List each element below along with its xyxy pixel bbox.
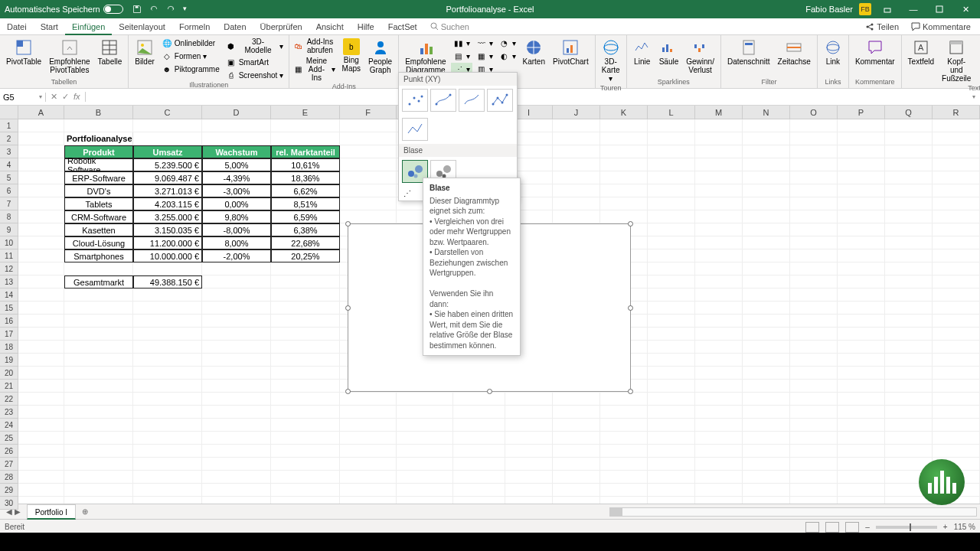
share-button[interactable]: Teilen xyxy=(861,22,903,31)
comments-button[interactable]: Kommentare xyxy=(906,22,975,31)
cell[interactable]: 11.200.000 € xyxy=(133,236,202,249)
cell[interactable]: 10,61% xyxy=(271,158,340,171)
scatter-option-1[interactable] xyxy=(402,89,428,112)
table-button[interactable]: Tabelle xyxy=(95,37,126,67)
row-header-18[interactable]: 18 xyxy=(0,341,18,354)
cell[interactable]: Portfolioanalyse xyxy=(64,132,133,145)
col-header-E[interactable]: E xyxy=(271,106,340,119)
row-header-6[interactable]: 6 xyxy=(0,184,18,197)
col-header-K[interactable]: K xyxy=(600,106,648,119)
zoom-level[interactable]: 115 % xyxy=(954,523,975,531)
col-header-B[interactable]: B xyxy=(64,106,133,119)
row-header-29[interactable]: 29 xyxy=(0,484,18,497)
rec-charts[interactable]: Empfohlene Diagramme xyxy=(402,37,449,76)
tab-seitenlayout[interactable]: Seitenlayout xyxy=(112,18,172,35)
tab-factset[interactable]: FactSet xyxy=(381,18,424,35)
cell[interactable]: DVD's xyxy=(64,184,133,197)
cell[interactable]: 3.255.000 € xyxy=(133,210,202,223)
spark-wl[interactable]: Gewinn/ Verlust xyxy=(683,37,717,76)
tab-start[interactable]: Start xyxy=(34,18,65,35)
col-header-N[interactable]: N xyxy=(743,106,790,119)
avatar[interactable]: FB xyxy=(859,3,871,15)
row-header-14[interactable]: 14 xyxy=(0,289,18,302)
cell[interactable]: 9,80% xyxy=(202,210,271,223)
undo-icon[interactable] xyxy=(149,5,158,14)
row-header-22[interactable]: 22 xyxy=(0,393,18,406)
chart-pie[interactable]: ◔▾ xyxy=(497,37,518,49)
name-box[interactable]: G5▾ xyxy=(0,93,46,102)
cell[interactable]: 8,00% xyxy=(202,236,271,249)
scatter-option-3[interactable] xyxy=(459,89,485,112)
row-header-21[interactable]: 21 xyxy=(0,380,18,393)
pivotchart-button[interactable]: PivotChart xyxy=(550,37,592,67)
screenshot[interactable]: ⎙Screenshot▾ xyxy=(224,69,286,81)
horizontal-scrollbar[interactable] xyxy=(609,507,977,517)
chart-hier[interactable]: ▤▾ xyxy=(451,50,472,62)
3d-models[interactable]: ⬢3D-Modelle▾ xyxy=(224,37,286,55)
col-header-P[interactable]: P xyxy=(838,106,885,119)
cell[interactable]: 0,00% xyxy=(202,197,271,210)
row-header-12[interactable]: 12 xyxy=(0,262,18,276)
tab-einfuegen[interactable]: Einfügen xyxy=(65,18,112,35)
zoom-slider[interactable] xyxy=(876,526,937,529)
cell[interactable]: 10.000.000 € xyxy=(133,249,202,262)
col-header-J[interactable]: J xyxy=(553,106,600,119)
rec-pivot-button[interactable]: Empfohlene PivotTables xyxy=(46,37,93,76)
cell[interactable]: 5.239.500 € xyxy=(133,158,202,171)
cell[interactable]: 3.150.035 € xyxy=(133,223,202,236)
cell[interactable]: 20,25% xyxy=(271,249,340,262)
row-header-10[interactable]: 10 xyxy=(0,236,18,249)
cell[interactable]: 5,00% xyxy=(202,158,271,171)
row-header-26[interactable]: 26 xyxy=(0,445,18,458)
tab-hilfe[interactable]: Hilfe xyxy=(351,18,381,35)
tab-ansicht[interactable]: Ansicht xyxy=(309,18,351,35)
chart-line[interactable]: 〰▾ xyxy=(474,37,495,49)
chart-col[interactable]: ▮▮▾ xyxy=(451,37,472,49)
row-header-19[interactable]: 19 xyxy=(0,354,18,367)
row-header-5[interactable]: 5 xyxy=(0,171,18,184)
smartart[interactable]: ▣SmartArt xyxy=(224,56,286,68)
col-header-O[interactable]: O xyxy=(790,106,838,119)
row-header-17[interactable]: 17 xyxy=(0,328,18,341)
cell[interactable]: Smartphones xyxy=(64,249,133,262)
3d-map[interactable]: 3D-Karte▾ xyxy=(599,37,623,84)
maximize-icon[interactable] xyxy=(929,5,949,13)
scatter-option-2[interactable] xyxy=(430,89,456,112)
cell[interactable]: -3,00% xyxy=(202,184,271,197)
tab-datei[interactable]: Datei xyxy=(0,18,34,35)
row-header-7[interactable]: 7 xyxy=(0,197,18,210)
cell[interactable]: Cloud-Lösung xyxy=(64,236,133,249)
ribbon-toggle-icon[interactable] xyxy=(877,5,897,13)
cell[interactable]: 4.203.115 € xyxy=(133,197,202,210)
chart-stat[interactable]: ▦▾ xyxy=(474,50,495,62)
col-header-M[interactable]: M xyxy=(695,106,743,119)
fx-icon[interactable]: fx xyxy=(74,92,80,102)
view-pagebreak-icon[interactable] xyxy=(845,522,859,533)
tab-formeln[interactable]: Formeln xyxy=(172,18,217,35)
pictograms[interactable]: ☻Piktogramme xyxy=(159,63,222,75)
cell[interactable]: Gesamtmarkt xyxy=(64,276,133,289)
cell[interactable]: 49.388.150 € xyxy=(133,276,202,289)
autosave-toggle[interactable]: Automatisches Speichern xyxy=(5,5,123,14)
bing-maps[interactable]: bBing Maps xyxy=(339,37,364,74)
col-header-L[interactable]: L xyxy=(648,106,695,119)
cancel-icon[interactable]: ✕ xyxy=(51,92,57,102)
pivottable-button[interactable]: PivotTable xyxy=(3,37,44,67)
spark-col[interactable]: Säule xyxy=(656,37,682,67)
headerfooter[interactable]: Kopf- und Fußzeile xyxy=(939,37,974,84)
cell[interactable]: 18,36% xyxy=(271,171,340,184)
save-icon[interactable] xyxy=(132,5,142,14)
row-header-23[interactable]: 23 xyxy=(0,406,18,419)
row-header-1[interactable]: 1 xyxy=(0,119,18,132)
zoom-in-icon[interactable]: + xyxy=(943,523,948,531)
cell[interactable]: Tablets xyxy=(64,197,133,210)
cell[interactable]: 6,38% xyxy=(271,223,340,236)
enter-icon[interactable]: ✓ xyxy=(62,92,69,102)
addins-mine[interactable]: ▦Meine Add-Ins▾ xyxy=(292,56,337,83)
chart-combo[interactable]: ◐▾ xyxy=(497,50,518,62)
row-header-25[interactable]: 25 xyxy=(0,432,18,445)
textbox[interactable]: ATextfeld xyxy=(905,37,937,67)
redo-icon[interactable] xyxy=(166,5,175,14)
cell[interactable]: rel. Marktanteil xyxy=(271,145,340,158)
spark-line[interactable]: Linie xyxy=(630,37,655,67)
